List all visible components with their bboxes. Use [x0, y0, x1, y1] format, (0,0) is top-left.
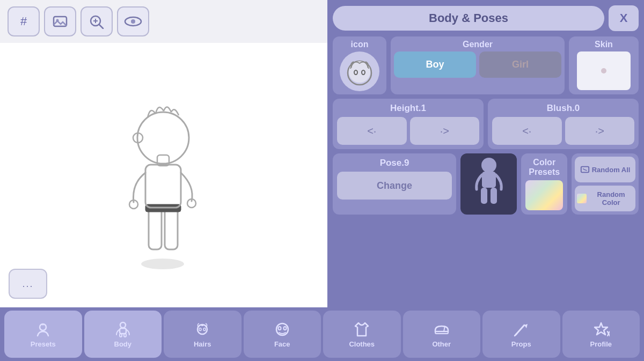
- random-color-button[interactable]: Random Color: [575, 186, 635, 211]
- pose-change-button[interactable]: Change: [337, 172, 452, 200]
- svg-point-22: [481, 158, 496, 173]
- profile-icon: [592, 321, 610, 338]
- panel-header: Body & Poses X: [333, 5, 639, 31]
- svg-point-37: [283, 327, 286, 330]
- presets-icon: [34, 321, 52, 338]
- svg-point-7: [131, 19, 135, 24]
- row2: Height.1 <· ·> Blush.0 <· ·>: [333, 99, 639, 149]
- color-presets-swatch: [525, 180, 563, 210]
- svg-rect-12: [145, 165, 181, 208]
- height-increase-button[interactable]: ·>: [410, 117, 480, 145]
- nav-item-presets[interactable]: Presets: [4, 311, 82, 358]
- pose-preview[interactable]: [460, 153, 517, 215]
- svg-rect-24: [481, 188, 487, 204]
- random-group: Random All Random Color: [572, 153, 639, 215]
- color-presets-label: Color Presets: [525, 158, 563, 177]
- height-group: Height.1 <· ·>: [333, 99, 484, 149]
- zoom-in-button[interactable]: [80, 6, 113, 36]
- random-all-button[interactable]: Random All: [575, 157, 635, 182]
- panel-title: Body & Poses: [333, 6, 604, 31]
- girl-button[interactable]: Girl: [479, 51, 561, 78]
- row3: Pose.9 Change Color Presets: [333, 153, 639, 215]
- svg-rect-31: [124, 334, 126, 337]
- props-icon: [513, 321, 530, 338]
- character-icon-preview[interactable]: [340, 51, 379, 91]
- blush-decrease-button[interactable]: <·: [492, 117, 562, 145]
- svg-rect-30: [120, 334, 122, 337]
- svg-line-42: [515, 334, 517, 336]
- height-label: Height.1: [337, 103, 479, 114]
- nav-label-hairs: Hairs: [194, 340, 211, 348]
- clothes-icon: [353, 321, 370, 338]
- top-toolbar: #: [0, 0, 327, 43]
- color-presets-button[interactable]: Color Presets: [521, 153, 567, 215]
- hashtag-button[interactable]: #: [8, 6, 40, 36]
- more-button[interactable]: ...: [9, 269, 47, 299]
- nav-item-hairs[interactable]: Hairs: [164, 311, 241, 358]
- nav-label-presets: Presets: [31, 340, 56, 348]
- skin-dot: [601, 68, 606, 73]
- svg-point-36: [278, 327, 281, 330]
- pose-label: Pose.9: [337, 158, 452, 168]
- face-icon: [274, 321, 291, 338]
- nav-item-profile[interactable]: Profile: [562, 311, 640, 358]
- nav-label-profile: Profile: [590, 340, 612, 348]
- gender-buttons: Boy Girl: [394, 51, 561, 78]
- svg-rect-38: [435, 331, 448, 334]
- left-panel: #: [0, 0, 327, 307]
- svg-rect-0: [54, 17, 67, 26]
- image-button[interactable]: [44, 6, 76, 36]
- svg-rect-9: [149, 207, 162, 249]
- character-figure: [121, 79, 207, 272]
- gender-label: Gender: [463, 40, 493, 49]
- blush-label: Blush.0: [492, 103, 634, 114]
- nav-item-body[interactable]: Body: [84, 311, 162, 358]
- svg-rect-23: [482, 172, 496, 188]
- boy-button[interactable]: Boy: [394, 51, 476, 78]
- nav-item-clothes[interactable]: Clothes: [323, 311, 401, 358]
- svg-rect-29: [120, 328, 126, 334]
- right-panel: Body & Poses X icon: [327, 0, 644, 307]
- nav-item-other[interactable]: Other: [403, 311, 481, 358]
- row1: icon Gender Boy: [333, 36, 639, 94]
- close-button[interactable]: X: [609, 5, 639, 31]
- body-icon: [114, 321, 131, 338]
- bottom-nav: Presets Body Hairs Face: [0, 307, 644, 361]
- svg-point-16: [137, 112, 189, 164]
- blush-controls: <· ·>: [492, 117, 634, 145]
- nav-item-face[interactable]: Face: [244, 311, 321, 358]
- svg-marker-43: [595, 323, 608, 335]
- canvas-area: [0, 43, 327, 307]
- hairs-icon: [194, 321, 211, 338]
- nav-item-props[interactable]: Props: [482, 311, 560, 358]
- skin-preview[interactable]: [577, 51, 631, 90]
- nav-label-other: Other: [432, 340, 451, 348]
- pose-character-svg: [470, 154, 508, 213]
- skin-cell: Skin: [569, 36, 639, 94]
- eye-button[interactable]: [117, 6, 149, 36]
- blush-group: Blush.0 <· ·>: [488, 99, 639, 149]
- icon-cell: icon: [333, 36, 386, 94]
- height-decrease-button[interactable]: <·: [337, 117, 407, 145]
- svg-rect-10: [165, 207, 178, 249]
- svg-rect-25: [491, 188, 497, 204]
- gender-cell: Gender Boy Girl: [391, 36, 565, 94]
- other-icon: [433, 321, 450, 338]
- blush-increase-button[interactable]: ·>: [565, 117, 635, 145]
- svg-point-28: [120, 322, 126, 328]
- svg-point-33: [199, 328, 201, 330]
- svg-point-8: [141, 259, 184, 269]
- pose-group: Pose.9 Change: [333, 153, 456, 215]
- svg-point-34: [203, 328, 206, 330]
- nav-label-props: Props: [511, 340, 531, 348]
- nav-label-body: Body: [114, 340, 132, 348]
- nav-label-face: Face: [274, 340, 290, 348]
- icon-label: icon: [351, 40, 369, 49]
- height-controls: <· ·>: [337, 117, 479, 145]
- skin-label: Skin: [595, 40, 613, 49]
- nav-label-clothes: Clothes: [349, 340, 375, 348]
- svg-line-3: [99, 25, 103, 28]
